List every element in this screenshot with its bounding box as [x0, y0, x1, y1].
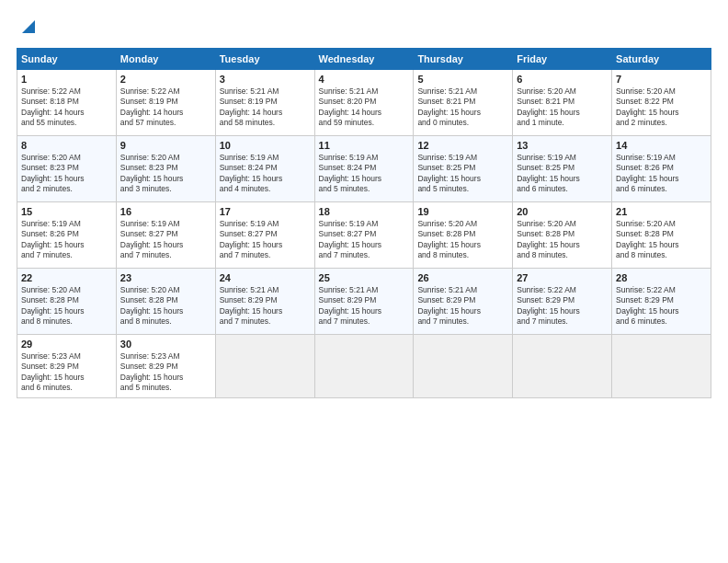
calendar-cell: 4Sunrise: 5:21 AMSunset: 8:20 PMDaylight… — [314, 70, 414, 136]
day-info: Sunrise: 5:22 AMSunset: 8:19 PMDaylight:… — [120, 86, 211, 129]
calendar-cell — [612, 335, 711, 398]
day-info: Sunrise: 5:19 AMSunset: 8:24 PMDaylight:… — [220, 153, 311, 195]
day-info: Sunrise: 5:19 AMSunset: 8:27 PMDaylight:… — [319, 219, 410, 261]
calendar-week-1: 1Sunrise: 5:22 AMSunset: 8:18 PMDaylight… — [17, 70, 711, 136]
header — [17, 17, 711, 37]
day-info: Sunrise: 5:19 AMSunset: 8:26 PMDaylight:… — [616, 153, 707, 195]
calendar-table: SundayMondayTuesdayWednesdayThursdayFrid… — [17, 48, 711, 398]
day-info: Sunrise: 5:20 AMSunset: 8:23 PMDaylight:… — [21, 153, 112, 195]
calendar-cell: 23Sunrise: 5:20 AMSunset: 8:28 PMDayligh… — [116, 269, 215, 335]
day-number: 13 — [517, 140, 608, 151]
day-info: Sunrise: 5:21 AMSunset: 8:29 PMDaylight:… — [220, 285, 311, 327]
day-info: Sunrise: 5:23 AMSunset: 8:29 PMDaylight:… — [21, 351, 112, 394]
calendar-cell: 21Sunrise: 5:20 AMSunset: 8:28 PMDayligh… — [612, 202, 711, 269]
day-info: Sunrise: 5:20 AMSunset: 8:28 PMDaylight:… — [517, 219, 608, 261]
day-info: Sunrise: 5:21 AMSunset: 8:20 PMDaylight:… — [319, 86, 410, 129]
calendar-cell: 11Sunrise: 5:19 AMSunset: 8:24 PMDayligh… — [314, 136, 414, 202]
calendar-cell — [513, 335, 612, 398]
day-info: Sunrise: 5:21 AMSunset: 8:21 PMDaylight:… — [417, 86, 508, 129]
calendar-cell: 12Sunrise: 5:19 AMSunset: 8:25 PMDayligh… — [414, 136, 513, 202]
day-number: 19 — [417, 206, 508, 217]
calendar-cell: 3Sunrise: 5:21 AMSunset: 8:19 PMDaylight… — [215, 70, 314, 136]
day-info: Sunrise: 5:20 AMSunset: 8:22 PMDaylight:… — [616, 86, 707, 129]
day-number: 24 — [220, 272, 311, 283]
day-number: 30 — [120, 339, 211, 350]
day-info: Sunrise: 5:19 AMSunset: 8:25 PMDaylight:… — [517, 153, 608, 195]
day-number: 22 — [21, 272, 112, 283]
calendar-cell: 9Sunrise: 5:20 AMSunset: 8:23 PMDaylight… — [116, 136, 215, 202]
day-info: Sunrise: 5:21 AMSunset: 8:29 PMDaylight:… — [319, 285, 410, 327]
calendar-cell: 6Sunrise: 5:20 AMSunset: 8:21 PMDaylight… — [513, 70, 612, 136]
day-number: 23 — [120, 272, 211, 283]
day-number: 6 — [517, 74, 608, 85]
day-number: 10 — [220, 140, 311, 151]
day-number: 5 — [417, 74, 508, 85]
calendar-cell: 18Sunrise: 5:19 AMSunset: 8:27 PMDayligh… — [314, 202, 414, 269]
calendar-week-5: 29Sunrise: 5:23 AMSunset: 8:29 PMDayligh… — [17, 335, 711, 398]
calendar-cell: 26Sunrise: 5:21 AMSunset: 8:29 PMDayligh… — [414, 269, 513, 335]
day-number: 17 — [220, 206, 311, 217]
calendar-cell: 14Sunrise: 5:19 AMSunset: 8:26 PMDayligh… — [612, 136, 711, 202]
calendar-cell: 30Sunrise: 5:23 AMSunset: 8:29 PMDayligh… — [116, 335, 215, 398]
day-number: 14 — [616, 140, 707, 151]
calendar-week-2: 8Sunrise: 5:20 AMSunset: 8:23 PMDaylight… — [17, 136, 711, 202]
calendar-header-saturday: Saturday — [612, 49, 711, 70]
logo-triangle-icon — [18, 17, 39, 37]
calendar-cell — [314, 335, 414, 398]
calendar-cell: 19Sunrise: 5:20 AMSunset: 8:28 PMDayligh… — [414, 202, 513, 269]
day-info: Sunrise: 5:19 AMSunset: 8:27 PMDaylight:… — [220, 219, 311, 261]
day-info: Sunrise: 5:22 AMSunset: 8:29 PMDaylight:… — [616, 285, 707, 327]
logo — [17, 17, 39, 37]
calendar-cell: 22Sunrise: 5:20 AMSunset: 8:28 PMDayligh… — [17, 269, 117, 335]
day-number: 28 — [616, 272, 707, 283]
day-number: 20 — [517, 206, 608, 217]
calendar-week-4: 22Sunrise: 5:20 AMSunset: 8:28 PMDayligh… — [17, 269, 711, 335]
day-number: 11 — [319, 140, 410, 151]
calendar-cell: 24Sunrise: 5:21 AMSunset: 8:29 PMDayligh… — [215, 269, 314, 335]
calendar-cell: 25Sunrise: 5:21 AMSunset: 8:29 PMDayligh… — [314, 269, 414, 335]
calendar-cell — [414, 335, 513, 398]
calendar-week-3: 15Sunrise: 5:19 AMSunset: 8:26 PMDayligh… — [17, 202, 711, 269]
calendar-header-monday: Monday — [116, 49, 215, 70]
day-info: Sunrise: 5:20 AMSunset: 8:21 PMDaylight:… — [517, 86, 608, 129]
calendar-header-thursday: Thursday — [414, 49, 513, 70]
calendar-header-row: SundayMondayTuesdayWednesdayThursdayFrid… — [17, 49, 711, 70]
calendar-cell: 2Sunrise: 5:22 AMSunset: 8:19 PMDaylight… — [116, 70, 215, 136]
svg-marker-0 — [22, 20, 35, 33]
calendar-cell — [215, 335, 314, 398]
calendar-cell: 15Sunrise: 5:19 AMSunset: 8:26 PMDayligh… — [17, 202, 117, 269]
calendar-cell: 28Sunrise: 5:22 AMSunset: 8:29 PMDayligh… — [612, 269, 711, 335]
day-info: Sunrise: 5:22 AMSunset: 8:18 PMDaylight:… — [21, 86, 112, 129]
calendar-cell: 27Sunrise: 5:22 AMSunset: 8:29 PMDayligh… — [513, 269, 612, 335]
day-number: 7 — [616, 74, 707, 85]
day-info: Sunrise: 5:19 AMSunset: 8:27 PMDaylight:… — [120, 219, 211, 261]
page: SundayMondayTuesdayWednesdayThursdayFrid… — [0, 0, 728, 563]
day-number: 15 — [21, 206, 112, 217]
calendar-header-friday: Friday — [513, 49, 612, 70]
calendar-cell: 16Sunrise: 5:19 AMSunset: 8:27 PMDayligh… — [116, 202, 215, 269]
day-info: Sunrise: 5:20 AMSunset: 8:28 PMDaylight:… — [417, 219, 508, 261]
day-number: 25 — [319, 272, 410, 283]
calendar-header-tuesday: Tuesday — [215, 49, 314, 70]
calendar-cell: 5Sunrise: 5:21 AMSunset: 8:21 PMDaylight… — [414, 70, 513, 136]
day-number: 8 — [21, 140, 112, 151]
day-number: 3 — [220, 74, 311, 85]
day-info: Sunrise: 5:23 AMSunset: 8:29 PMDaylight:… — [120, 351, 211, 394]
calendar-cell: 13Sunrise: 5:19 AMSunset: 8:25 PMDayligh… — [513, 136, 612, 202]
day-number: 12 — [417, 140, 508, 151]
day-number: 26 — [417, 272, 508, 283]
calendar-cell: 7Sunrise: 5:20 AMSunset: 8:22 PMDaylight… — [612, 70, 711, 136]
day-info: Sunrise: 5:19 AMSunset: 8:25 PMDaylight:… — [417, 153, 508, 195]
calendar-cell: 1Sunrise: 5:22 AMSunset: 8:18 PMDaylight… — [17, 70, 117, 136]
day-info: Sunrise: 5:22 AMSunset: 8:29 PMDaylight:… — [517, 285, 608, 327]
day-number: 1 — [21, 74, 112, 85]
day-number: 2 — [120, 74, 211, 85]
day-info: Sunrise: 5:19 AMSunset: 8:26 PMDaylight:… — [21, 219, 112, 261]
day-number: 27 — [517, 272, 608, 283]
day-info: Sunrise: 5:21 AMSunset: 8:29 PMDaylight:… — [417, 285, 508, 327]
day-number: 21 — [616, 206, 707, 217]
day-number: 4 — [319, 74, 410, 85]
calendar-cell: 29Sunrise: 5:23 AMSunset: 8:29 PMDayligh… — [17, 335, 117, 398]
day-info: Sunrise: 5:20 AMSunset: 8:28 PMDaylight:… — [616, 219, 707, 261]
calendar-header-wednesday: Wednesday — [314, 49, 414, 70]
